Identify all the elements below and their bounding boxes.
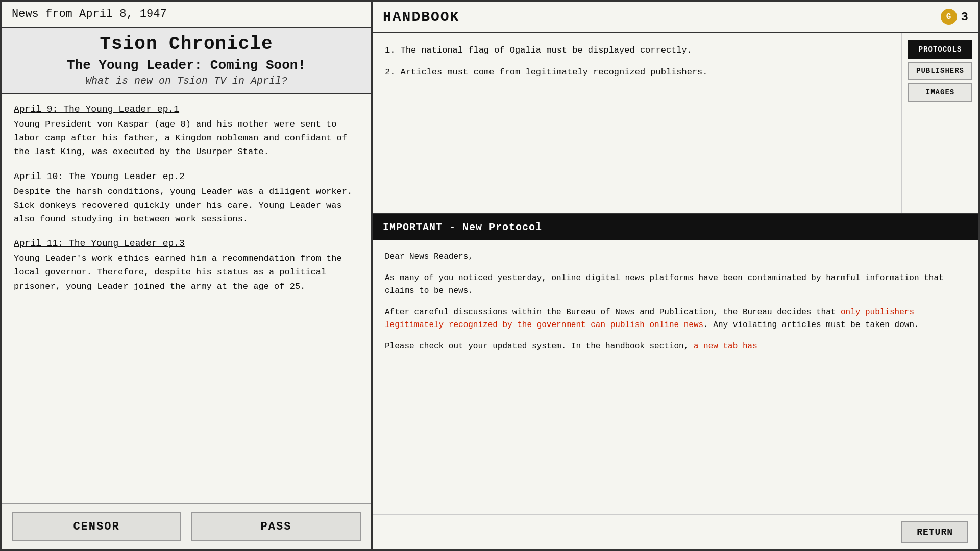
notice-para-greeting: Dear News Readers, <box>385 251 966 264</box>
action-buttons: CENSOR PASS <box>2 503 371 549</box>
tab-protocols[interactable]: PROTOCOLS <box>908 40 972 59</box>
notice-title: IMPORTANT - New Protocol <box>383 221 968 233</box>
article-section-3: April 11: The Young Leader ep.3 Young Le… <box>14 238 359 293</box>
tab-images[interactable]: IMAGES <box>908 83 972 102</box>
notice-para-1: As many of you noticed yesterday, online… <box>385 272 966 298</box>
handbook-rule-1: 1. The national flag of Ogalia must be d… <box>385 43 889 57</box>
return-button[interactable]: RETURN <box>901 521 968 543</box>
gold-letter: G <box>946 12 951 21</box>
right-panel: HANDBOOK G 3 1. The national flag of Oga… <box>373 0 980 551</box>
gold-count: 3 <box>961 10 968 24</box>
left-panel: News from April 8, 1947 Tsion Chronicle … <box>0 0 373 551</box>
handbook-rule-2: 2. Articles must come from legitimately … <box>385 65 889 79</box>
notice-red-text-1: only publishers legitimately recognized … <box>385 308 914 330</box>
news-date-text: News from April 8, 1947 <box>12 8 167 20</box>
article-link-2[interactable]: April 10: The Young Leader ep.2 <box>14 171 359 182</box>
newspaper-header: Tsion Chronicle The Young Leader: Coming… <box>2 28 371 94</box>
gold-circle-icon: G <box>941 9 957 25</box>
news-date-header: News from April 8, 1947 <box>2 2 371 28</box>
notice-para-3: Please check out your updated system. In… <box>385 340 966 354</box>
handbook-header: HANDBOOK G 3 <box>373 2 978 33</box>
newspaper-headline: The Young Leader: Coming Soon! <box>12 58 361 73</box>
tab-publishers[interactable]: PUBLISHERS <box>908 62 972 80</box>
article-section-2: April 10: The Young Leader ep.2 Despite … <box>14 171 359 227</box>
notice-panel: IMPORTANT - New Protocol Dear News Reade… <box>373 214 980 551</box>
notice-body: Dear News Readers, As many of you notice… <box>373 240 978 514</box>
article-section-1: April 9: The Young Leader ep.1 Young Pre… <box>14 104 359 159</box>
article-link-3[interactable]: April 11: The Young Leader ep.3 <box>14 238 359 248</box>
article-body-3: Young Leader's work ethics earned him a … <box>14 252 359 293</box>
article-link-1[interactable]: April 9: The Young Leader ep.1 <box>14 104 359 114</box>
handbook-title: HANDBOOK <box>383 9 459 25</box>
gold-badge: G 3 <box>941 9 968 25</box>
notice-footer: RETURN <box>373 514 978 549</box>
pass-button[interactable]: PASS <box>191 512 361 541</box>
handbook-panel: HANDBOOK G 3 1. The national flag of Oga… <box>373 0 980 214</box>
censor-button[interactable]: CENSOR <box>12 512 181 541</box>
handbook-tabs: PROTOCOLS PUBLISHERS IMAGES <box>901 33 978 213</box>
notice-header: IMPORTANT - New Protocol <box>373 214 978 240</box>
handbook-rules-content: 1. The national flag of Ogalia must be d… <box>373 33 901 213</box>
newspaper-name: Tsion Chronicle <box>12 34 361 55</box>
newspaper-tagline: What is new on Tsion TV in April? <box>12 75 361 87</box>
article-body-1: Young President von Kaspar (age 8) and h… <box>14 117 359 159</box>
newspaper-content: April 9: The Young Leader ep.1 Young Pre… <box>2 94 371 503</box>
notice-para-2: After careful discussions within the Bur… <box>385 306 966 332</box>
handbook-body: 1. The national flag of Ogalia must be d… <box>373 33 978 213</box>
notice-red-text-2: a new tab has <box>694 342 757 351</box>
article-body-2: Despite the harsh conditions, young Lead… <box>14 185 359 227</box>
